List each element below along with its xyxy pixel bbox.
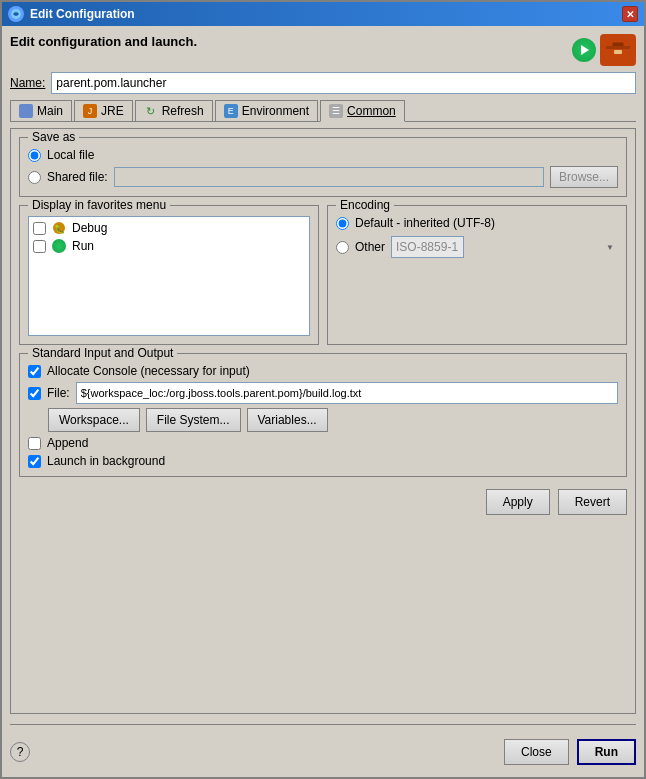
append-checkbox[interactable] bbox=[28, 437, 41, 450]
local-file-row: Local file bbox=[28, 148, 618, 162]
svg-rect-4 bbox=[606, 46, 630, 49]
encoding-select-wrapper: ISO-8859-1 bbox=[391, 236, 618, 258]
tab-jre-label: JRE bbox=[101, 104, 124, 118]
main-window: Edit Configuration ✕ Edit configuration … bbox=[0, 0, 646, 779]
std-io-legend: Standard Input and Output bbox=[28, 346, 177, 360]
workspace-button[interactable]: Workspace... bbox=[48, 408, 140, 432]
file-btn-row: Workspace... File System... Variables... bbox=[48, 408, 618, 432]
local-file-radio[interactable] bbox=[28, 149, 41, 162]
default-encoding-label: Default - inherited (UTF-8) bbox=[355, 216, 495, 230]
svg-rect-5 bbox=[614, 50, 622, 54]
refresh-tab-icon: ↻ bbox=[144, 104, 158, 118]
run-checkbox[interactable] bbox=[33, 240, 46, 253]
launch-bg-label: Launch in background bbox=[47, 454, 165, 468]
shared-file-input[interactable] bbox=[114, 167, 544, 187]
launch-bg-row: Launch in background bbox=[28, 454, 618, 468]
local-file-label: Local file bbox=[47, 148, 94, 162]
debug-row: 🐛 Debug bbox=[33, 221, 305, 235]
shared-file-row: Shared file: Browse... bbox=[28, 166, 618, 188]
variables-button[interactable]: Variables... bbox=[247, 408, 328, 432]
jre-tab-icon: J bbox=[83, 104, 97, 118]
file-input[interactable] bbox=[76, 382, 618, 404]
run-icon bbox=[572, 38, 596, 62]
common-tab-icon: ☰ bbox=[329, 104, 343, 118]
window-title: Edit Configuration bbox=[30, 7, 135, 21]
run-small-icon bbox=[52, 239, 66, 253]
shared-file-label: Shared file: bbox=[47, 170, 108, 184]
browse-button[interactable]: Browse... bbox=[550, 166, 618, 188]
name-label: Name: bbox=[10, 76, 45, 90]
name-input[interactable] bbox=[51, 72, 636, 94]
std-io-content: Allocate Console (necessary for input) F… bbox=[28, 364, 618, 468]
environment-tab-icon: E bbox=[224, 104, 238, 118]
save-as-legend: Save as bbox=[28, 130, 79, 144]
encoding-content: Default - inherited (UTF-8) Other ISO-88… bbox=[336, 216, 618, 258]
std-io-group: Standard Input and Output Allocate Conso… bbox=[19, 353, 627, 477]
allocate-console-label: Allocate Console (necessary for input) bbox=[47, 364, 250, 378]
main-panel: Save as Local file Shared file: Browse..… bbox=[10, 128, 636, 714]
footer-row: ? Close Run bbox=[10, 735, 636, 769]
shared-file-radio[interactable] bbox=[28, 171, 41, 184]
encoding-group: Encoding Default - inherited (UTF-8) Oth… bbox=[327, 205, 627, 345]
run-button[interactable]: Run bbox=[577, 739, 636, 765]
main-tab-icon bbox=[19, 104, 33, 118]
favorites-group: Display in favorites menu 🐛 Debug bbox=[19, 205, 319, 345]
name-row: Name: bbox=[10, 72, 636, 94]
file-checkbox[interactable] bbox=[28, 387, 41, 400]
title-bar: Edit Configuration ✕ bbox=[2, 2, 644, 26]
header-icons bbox=[572, 34, 636, 66]
header-section: Edit configuration and launch. bbox=[10, 34, 636, 66]
revert-button[interactable]: Revert bbox=[558, 489, 627, 515]
encoding-legend: Encoding bbox=[336, 198, 394, 212]
favorites-legend: Display in favorites menu bbox=[28, 198, 170, 212]
page-title: Edit configuration and launch. bbox=[10, 34, 197, 49]
help-icon[interactable]: ? bbox=[10, 742, 30, 762]
debug-label: Debug bbox=[72, 221, 107, 235]
filesystem-button[interactable]: File System... bbox=[146, 408, 241, 432]
save-as-group: Save as Local file Shared file: Browse..… bbox=[19, 137, 627, 197]
tab-refresh-label: Refresh bbox=[162, 104, 204, 118]
tab-common[interactable]: ☰ Common bbox=[320, 100, 405, 122]
tab-jre[interactable]: J JRE bbox=[74, 100, 133, 121]
footer-buttons: Close Run bbox=[504, 739, 636, 765]
briefcase-icon bbox=[600, 34, 636, 66]
title-bar-left: Edit Configuration bbox=[8, 6, 135, 22]
svg-marker-1 bbox=[581, 45, 589, 55]
footer-separator bbox=[10, 724, 636, 725]
other-encoding-row: Other ISO-8859-1 bbox=[336, 236, 618, 258]
tab-main-label: Main bbox=[37, 104, 63, 118]
file-label: File: bbox=[47, 386, 70, 400]
save-as-content: Local file Shared file: Browse... bbox=[28, 148, 618, 188]
append-row: Append bbox=[28, 436, 618, 450]
svg-text:🐛: 🐛 bbox=[54, 223, 66, 235]
other-encoding-label: Other bbox=[355, 240, 385, 254]
close-button[interactable]: Close bbox=[504, 739, 569, 765]
launch-bg-checkbox[interactable] bbox=[28, 455, 41, 468]
apply-button[interactable]: Apply bbox=[486, 489, 550, 515]
encoding-select[interactable]: ISO-8859-1 bbox=[391, 236, 464, 258]
allocate-console-row: Allocate Console (necessary for input) bbox=[28, 364, 618, 378]
debug-icon: 🐛 bbox=[52, 221, 66, 235]
content-area: Edit configuration and launch. bbox=[2, 26, 644, 777]
run-label: Run bbox=[72, 239, 94, 253]
other-encoding-radio[interactable] bbox=[336, 241, 349, 254]
default-encoding-radio[interactable] bbox=[336, 217, 349, 230]
file-row: File: bbox=[28, 382, 618, 404]
tab-environment[interactable]: E Environment bbox=[215, 100, 318, 121]
tab-refresh[interactable]: ↻ Refresh bbox=[135, 100, 213, 121]
apply-revert-row: Apply Revert bbox=[19, 485, 627, 519]
tab-main[interactable]: Main bbox=[10, 100, 72, 121]
default-encoding-row: Default - inherited (UTF-8) bbox=[336, 216, 618, 230]
favorites-list: 🐛 Debug Run bbox=[28, 216, 310, 336]
tab-environment-label: Environment bbox=[242, 104, 309, 118]
append-label: Append bbox=[47, 436, 88, 450]
allocate-console-checkbox[interactable] bbox=[28, 365, 41, 378]
run-row: Run bbox=[33, 239, 305, 253]
tab-common-label: Common bbox=[347, 104, 396, 118]
two-columns: Display in favorites menu 🐛 Debug bbox=[19, 205, 627, 345]
app-icon bbox=[8, 6, 24, 22]
debug-checkbox[interactable] bbox=[33, 222, 46, 235]
tabs-row: Main J JRE ↻ Refresh E Environment ☰ Com… bbox=[10, 100, 636, 122]
close-icon[interactable]: ✕ bbox=[622, 6, 638, 22]
